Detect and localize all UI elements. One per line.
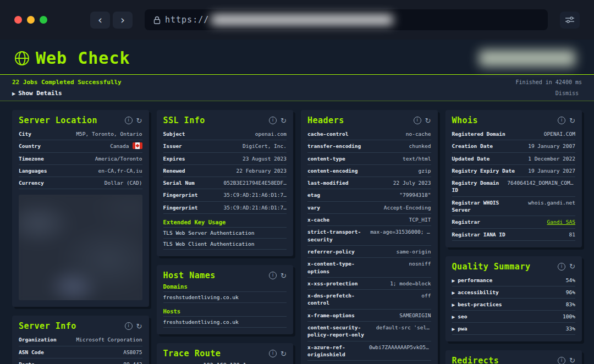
row-value: M5P, Toronto, Ontario (36, 130, 142, 137)
info-icon[interactable]: i (269, 117, 277, 124)
country-name: Canada (110, 143, 129, 149)
refresh-icon[interactable]: ↻ (425, 117, 431, 124)
back-button[interactable]: ‹ (90, 12, 110, 29)
refresh-icon[interactable]: ↻ (136, 323, 142, 330)
quality-expandable-row[interactable]: pwa 33% (452, 323, 576, 335)
list-item: freshstudentliving.co.uk (163, 292, 287, 303)
table-row: City M5P, Toronto, Ontario (19, 128, 142, 140)
row-value: Microsoft Corporation (61, 336, 142, 343)
redacted-header-button[interactable] (479, 50, 575, 67)
expand-marker-icon: ▶ (12, 91, 15, 96)
row-key: x-content-type-options (307, 260, 372, 275)
row-key: Issuer (163, 142, 182, 150)
results-grid: Server Location i ↻ City M5P, Toronto, O… (0, 101, 594, 364)
info-icon[interactable]: i (269, 350, 277, 357)
quality-expandable-row[interactable]: accessibility 96% (452, 286, 576, 299)
row-value: AS8075 (48, 349, 142, 356)
info-icon[interactable]: i (125, 117, 133, 124)
quality-metric-label: pwa (452, 326, 468, 332)
table-row: x-frame-options SAMEORIGIN (307, 310, 431, 322)
metric-name: performance (458, 277, 492, 283)
table-row: Renewed 22 February 2023 (163, 165, 287, 177)
row-key: x-frame-options (307, 312, 355, 319)
refresh-icon[interactable]: ↻ (280, 350, 287, 357)
quality-expandable-row[interactable]: best-practices 83% (452, 299, 576, 311)
refresh-icon[interactable]: ↻ (569, 357, 575, 364)
show-details-toggle[interactable]: ▶Show Details (12, 90, 62, 97)
table-row: Timezone America/Toronto (19, 153, 142, 165)
column-3: Headers i ↻ cache-control no-cache (301, 110, 438, 364)
row-value: 35:C9:AD:21:A6:D1:7… (202, 191, 287, 198)
row-value: text/html (350, 155, 431, 162)
key-usage-list: TLS Web Server Authentication TLS Web Cl… (163, 228, 287, 250)
row-key: ASN Code (19, 349, 44, 356)
table-row: vary Accept-Encoding (307, 202, 431, 214)
domains-list: freshstudentliving.co.uk (163, 292, 287, 303)
info-icon[interactable]: i (558, 263, 565, 271)
info-icon[interactable]: i (414, 117, 421, 124)
row-value: 19 January 2007 (497, 142, 575, 150)
row-key: strict-transport-security (307, 228, 366, 243)
row-value: Dollar (CAD) (48, 179, 142, 186)
table-row: Registrar WHOIS Server whois.gandi.net (452, 197, 576, 217)
row-key: Fingerprint (163, 191, 198, 198)
row-value: SAMEORIGIN (359, 312, 431, 319)
host-names-card: Host Names i ↻ Domains freshstudentlivin… (157, 265, 294, 334)
trace-route-hops: 192.168.130.1 Took 0.327 ms 192.168.1.1 … (163, 361, 287, 364)
table-row: x-azure-ref-originshield 0wbi7ZAAAAAAP5v… (307, 341, 431, 361)
close-window-button[interactable] (14, 16, 22, 24)
row-key: Registrar (452, 218, 480, 225)
refresh-icon[interactable]: ↻ (569, 263, 575, 270)
row-key: x-cache (307, 216, 329, 223)
row-value: max-age=31536000; include… (370, 228, 431, 235)
row-key: Registry Expiry Date (452, 167, 515, 174)
row-key: City (19, 130, 31, 137)
expand-marker-icon (452, 327, 455, 332)
url-bar[interactable]: https:// (145, 9, 548, 30)
card-title: SSL Info (163, 115, 205, 125)
card-title: Host Names (163, 271, 216, 280)
expand-marker-icon (452, 290, 455, 295)
info-icon[interactable]: i (558, 117, 565, 124)
row-value: openai.com (190, 130, 287, 137)
row-key: vary (307, 204, 320, 211)
info-icon[interactable]: i (269, 272, 277, 279)
ssl-info-card: SSL Info i ↻ Subject openai.com (157, 110, 294, 256)
maximize-window-button[interactable] (40, 16, 47, 24)
row-key: content-security-policy-report-only (307, 324, 372, 339)
table-row: ASN Code AS8075 (19, 346, 142, 359)
dismiss-button[interactable]: Dismiss (552, 90, 582, 97)
app-header: Web Check (0, 40, 594, 74)
row-key: content-encoding (307, 167, 358, 174)
minimize-window-button[interactable] (27, 16, 35, 24)
table-row: Expires 23 August 2023 (163, 153, 287, 165)
row-key: Organization (19, 336, 57, 343)
table-row: Organization Microsoft Corporation (19, 334, 142, 346)
url-text: https:// (165, 15, 209, 25)
quality-summary-card: Quality Summary i ↻ performance 54% (446, 256, 582, 341)
row-value: 764064142_DOMAIN_COM-VR… (507, 179, 575, 186)
info-icon[interactable]: i (125, 322, 133, 330)
row-value: gzip (362, 167, 431, 174)
quality-metric-score: 83% (566, 301, 575, 307)
registrar-link[interactable]: Gandi SAS (547, 219, 575, 225)
browser-settings-button[interactable] (560, 12, 580, 29)
table-row: Country Canada (19, 140, 142, 152)
quality-expandable-row[interactable]: seo 100% (452, 311, 576, 323)
row-value: 052B3E21794E4E58EDF… (199, 179, 287, 186)
refresh-icon[interactable]: ↻ (280, 272, 287, 279)
forward-button[interactable]: › (113, 12, 133, 29)
refresh-icon[interactable]: ↻ (136, 117, 142, 124)
row-key: Serial Num (163, 179, 195, 186)
refresh-icon[interactable]: ↻ (569, 117, 575, 124)
card-title: Whois (452, 115, 479, 125)
info-icon[interactable]: i (558, 357, 565, 364)
browser-toolbar: ‹ › https:// (0, 0, 594, 40)
refresh-icon[interactable]: ↻ (280, 117, 287, 124)
row-value: 22 February 2023 (190, 167, 287, 174)
row-value: same-origin (359, 248, 431, 255)
quality-expandable-row[interactable]: performance 54% (452, 274, 576, 286)
redirects-card: Redirects i ↻ Followed 1 redirect when c… (446, 350, 582, 364)
table-row: Issuer DigiCert, Inc. (163, 140, 287, 152)
page-title: Web Check (36, 48, 130, 68)
